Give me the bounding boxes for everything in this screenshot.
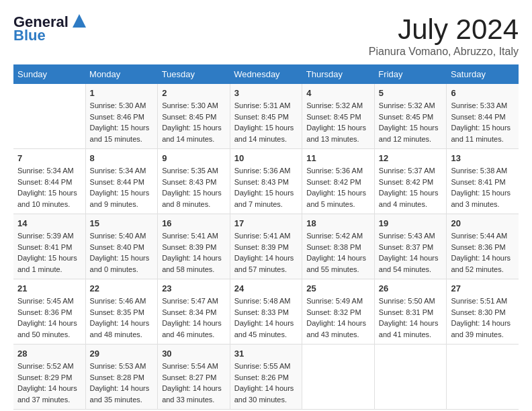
day-info: Sunrise: 5:30 AM Sunset: 8:45 PM Dayligh…	[162, 100, 226, 144]
day-info: Sunrise: 5:47 AM Sunset: 8:34 PM Dayligh…	[162, 295, 226, 340]
header-thursday: Thursday	[302, 64, 375, 84]
day-number: 26	[379, 283, 443, 293]
day-info: Sunrise: 5:41 AM Sunset: 8:39 PM Dayligh…	[234, 230, 298, 275]
day-number: 21	[17, 283, 81, 293]
day-info: Sunrise: 5:38 AM Sunset: 8:41 PM Dayligh…	[451, 165, 515, 210]
day-info: Sunrise: 5:36 AM Sunset: 8:43 PM Dayligh…	[234, 165, 298, 210]
calendar-cell: 13Sunrise: 5:38 AM Sunset: 8:41 PM Dayli…	[447, 149, 519, 214]
calendar-cell: 23Sunrise: 5:47 AM Sunset: 8:34 PM Dayli…	[158, 279, 230, 345]
day-info: Sunrise: 5:36 AM Sunset: 8:42 PM Dayligh…	[306, 165, 370, 210]
day-info: Sunrise: 5:54 AM Sunset: 8:27 PM Dayligh…	[162, 361, 226, 405]
page-header: General Blue July 2024 Pianura Vomano, A…	[13, 13, 519, 58]
day-number: 3	[234, 88, 298, 98]
day-number: 8	[90, 153, 154, 163]
calendar-cell: 7Sunrise: 5:34 AM Sunset: 8:44 PM Daylig…	[13, 149, 85, 214]
day-number: 6	[451, 88, 515, 98]
day-number: 5	[379, 88, 443, 98]
calendar-week-row: 28Sunrise: 5:52 AM Sunset: 8:29 PM Dayli…	[13, 345, 519, 410]
day-info: Sunrise: 5:31 AM Sunset: 8:45 PM Dayligh…	[234, 100, 298, 144]
calendar-cell: 12Sunrise: 5:37 AM Sunset: 8:42 PM Dayli…	[374, 149, 447, 214]
day-info: Sunrise: 5:46 AM Sunset: 8:35 PM Dayligh…	[90, 295, 154, 340]
calendar-week-row: 14Sunrise: 5:39 AM Sunset: 8:41 PM Dayli…	[13, 214, 519, 279]
calendar-header-row: SundayMondayTuesdayWednesdayThursdayFrid…	[13, 64, 519, 84]
calendar-cell: 31Sunrise: 5:55 AM Sunset: 8:26 PM Dayli…	[230, 345, 302, 410]
logo: General Blue	[13, 13, 89, 44]
day-number: 25	[306, 283, 370, 293]
logo-arrow-icon	[70, 11, 89, 30]
day-number: 2	[162, 88, 226, 98]
day-number: 12	[379, 153, 443, 163]
day-number: 9	[162, 153, 226, 163]
day-info: Sunrise: 5:42 AM Sunset: 8:38 PM Dayligh…	[306, 230, 370, 275]
calendar-cell: 11Sunrise: 5:36 AM Sunset: 8:42 PM Dayli…	[302, 149, 375, 214]
calendar-week-row: 7Sunrise: 5:34 AM Sunset: 8:44 PM Daylig…	[13, 149, 519, 214]
day-number: 24	[234, 283, 298, 293]
day-number: 14	[17, 218, 81, 228]
calendar-cell: 28Sunrise: 5:52 AM Sunset: 8:29 PM Dayli…	[13, 345, 85, 410]
day-number: 18	[306, 218, 370, 228]
day-info: Sunrise: 5:45 AM Sunset: 8:36 PM Dayligh…	[17, 295, 81, 340]
header-wednesday: Wednesday	[230, 64, 302, 84]
day-info: Sunrise: 5:32 AM Sunset: 8:45 PM Dayligh…	[379, 100, 443, 144]
day-info: Sunrise: 5:49 AM Sunset: 8:32 PM Dayligh…	[306, 295, 370, 340]
header-tuesday: Tuesday	[158, 64, 230, 84]
day-info: Sunrise: 5:34 AM Sunset: 8:44 PM Dayligh…	[90, 165, 154, 210]
day-info: Sunrise: 5:35 AM Sunset: 8:43 PM Dayligh…	[162, 165, 226, 210]
calendar-cell: 3Sunrise: 5:31 AM Sunset: 8:45 PM Daylig…	[230, 84, 302, 149]
calendar-cell: 10Sunrise: 5:36 AM Sunset: 8:43 PM Dayli…	[230, 149, 302, 214]
day-info: Sunrise: 5:39 AM Sunset: 8:41 PM Dayligh…	[17, 230, 81, 275]
calendar-cell: 9Sunrise: 5:35 AM Sunset: 8:43 PM Daylig…	[158, 149, 230, 214]
day-number: 22	[90, 283, 154, 293]
month-year-title: July 2024	[369, 13, 519, 46]
calendar-cell: 8Sunrise: 5:34 AM Sunset: 8:44 PM Daylig…	[85, 149, 158, 214]
day-number: 20	[451, 218, 515, 228]
day-info: Sunrise: 5:37 AM Sunset: 8:42 PM Dayligh…	[379, 165, 443, 210]
day-info: Sunrise: 5:41 AM Sunset: 8:39 PM Dayligh…	[162, 230, 226, 275]
calendar-cell	[447, 345, 519, 410]
day-number: 1	[90, 88, 154, 98]
calendar-cell: 18Sunrise: 5:42 AM Sunset: 8:38 PM Dayli…	[302, 214, 375, 279]
day-info: Sunrise: 5:48 AM Sunset: 8:33 PM Dayligh…	[234, 295, 298, 340]
day-number: 19	[379, 218, 443, 228]
day-info: Sunrise: 5:33 AM Sunset: 8:44 PM Dayligh…	[451, 100, 515, 144]
day-number: 28	[17, 349, 81, 359]
svg-marker-0	[73, 14, 86, 28]
day-number: 16	[162, 218, 226, 228]
day-info: Sunrise: 5:52 AM Sunset: 8:29 PM Dayligh…	[17, 361, 81, 405]
calendar-cell	[302, 345, 375, 410]
day-info: Sunrise: 5:44 AM Sunset: 8:36 PM Dayligh…	[451, 230, 515, 275]
calendar-cell: 4Sunrise: 5:32 AM Sunset: 8:45 PM Daylig…	[302, 84, 375, 149]
header-saturday: Saturday	[447, 64, 519, 84]
calendar-cell: 5Sunrise: 5:32 AM Sunset: 8:45 PM Daylig…	[374, 84, 447, 149]
day-info: Sunrise: 5:40 AM Sunset: 8:40 PM Dayligh…	[90, 230, 154, 275]
day-number: 7	[17, 153, 81, 163]
day-info: Sunrise: 5:53 AM Sunset: 8:28 PM Dayligh…	[90, 361, 154, 405]
day-info: Sunrise: 5:32 AM Sunset: 8:45 PM Dayligh…	[306, 100, 370, 144]
day-info: Sunrise: 5:34 AM Sunset: 8:44 PM Dayligh…	[17, 165, 81, 210]
calendar-cell: 1Sunrise: 5:30 AM Sunset: 8:46 PM Daylig…	[85, 84, 158, 149]
calendar-cell: 14Sunrise: 5:39 AM Sunset: 8:41 PM Dayli…	[13, 214, 85, 279]
day-info: Sunrise: 5:50 AM Sunset: 8:31 PM Dayligh…	[379, 295, 443, 340]
calendar-cell: 24Sunrise: 5:48 AM Sunset: 8:33 PM Dayli…	[230, 279, 302, 345]
calendar-week-row: 21Sunrise: 5:45 AM Sunset: 8:36 PM Dayli…	[13, 279, 519, 345]
day-number: 15	[90, 218, 154, 228]
calendar-cell: 15Sunrise: 5:40 AM Sunset: 8:40 PM Dayli…	[85, 214, 158, 279]
day-number: 31	[234, 349, 298, 359]
calendar-cell	[13, 84, 85, 149]
header-sunday: Sunday	[13, 64, 85, 84]
day-number: 29	[90, 349, 154, 359]
calendar-cell: 17Sunrise: 5:41 AM Sunset: 8:39 PM Dayli…	[230, 214, 302, 279]
day-info: Sunrise: 5:55 AM Sunset: 8:26 PM Dayligh…	[234, 361, 298, 405]
header-friday: Friday	[374, 64, 447, 84]
calendar-week-row: 1Sunrise: 5:30 AM Sunset: 8:46 PM Daylig…	[13, 84, 519, 149]
day-number: 11	[306, 153, 370, 163]
day-info: Sunrise: 5:51 AM Sunset: 8:30 PM Dayligh…	[451, 295, 515, 340]
calendar-cell: 25Sunrise: 5:49 AM Sunset: 8:32 PM Dayli…	[302, 279, 375, 345]
header-monday: Monday	[85, 64, 158, 84]
location-subtitle: Pianura Vomano, Abruzzo, Italy	[369, 46, 519, 58]
day-number: 17	[234, 218, 298, 228]
calendar-cell: 19Sunrise: 5:43 AM Sunset: 8:37 PM Dayli…	[374, 214, 447, 279]
day-number: 4	[306, 88, 370, 98]
day-info: Sunrise: 5:30 AM Sunset: 8:46 PM Dayligh…	[90, 100, 154, 144]
day-number: 27	[451, 283, 515, 293]
